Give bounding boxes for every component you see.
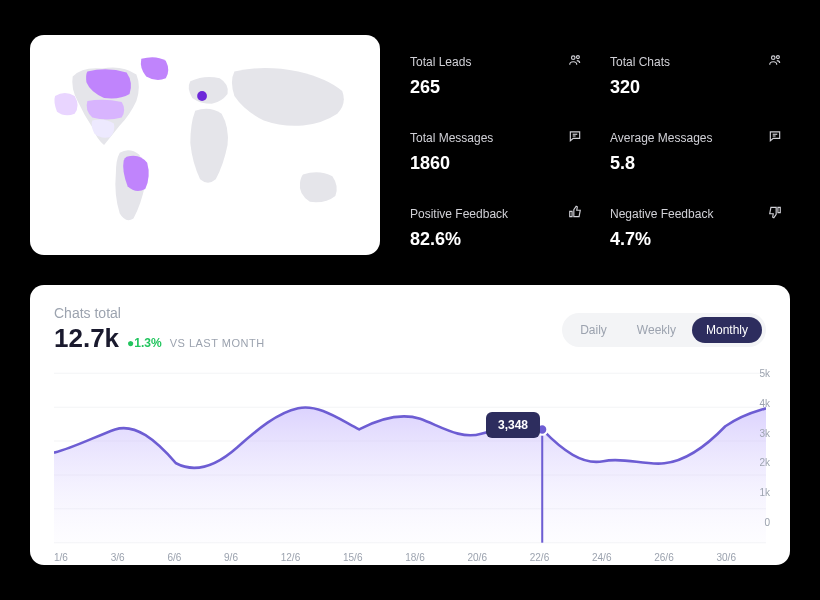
chart-area: 3,348 5k 4k 3k 2k 1k 0: [54, 368, 766, 548]
x-tick: 22/6: [530, 552, 549, 563]
stat-total-chats: Total Chats 320: [610, 55, 790, 103]
y-tick: 2k: [759, 457, 770, 468]
user-icon: [768, 53, 782, 67]
stat-total-messages: Total Messages 1860: [410, 131, 590, 179]
stat-value: 1860: [410, 153, 590, 174]
svg-point-4: [776, 56, 779, 59]
chats-chart-card: Chats total 12.7k ●1.3% VS LAST MONTH Da…: [30, 285, 790, 565]
line-chart: [54, 368, 766, 548]
stat-label: Negative Feedback: [610, 207, 790, 221]
y-axis: 5k 4k 3k 2k 1k 0: [759, 368, 770, 528]
svg-point-0: [197, 91, 207, 101]
stat-value: 4.7%: [610, 229, 790, 250]
world-map-card: [30, 35, 380, 255]
x-tick: 15/6: [343, 552, 362, 563]
svg-point-3: [772, 56, 776, 60]
y-tick: 4k: [759, 398, 770, 409]
message-icon: [568, 129, 582, 143]
thumbs-down-icon: [768, 205, 782, 219]
stat-negative-feedback: Negative Feedback 4.7%: [610, 207, 790, 255]
stat-value: 320: [610, 77, 790, 98]
x-tick: 6/6: [167, 552, 181, 563]
stat-average-messages: Average Messages 5.8: [610, 131, 790, 179]
message-icon: [768, 129, 782, 143]
x-axis: 1/6 3/6 6/6 9/6 12/6 15/6 18/6 20/6 22/6…: [54, 552, 766, 563]
stat-value: 82.6%: [410, 229, 590, 250]
stat-label: Positive Feedback: [410, 207, 590, 221]
user-icon: [568, 53, 582, 67]
x-tick: 24/6: [592, 552, 611, 563]
x-tick: 12/6: [281, 552, 300, 563]
x-tick: 26/6: [654, 552, 673, 563]
y-tick: 1k: [759, 487, 770, 498]
tab-monthly[interactable]: Monthly: [692, 317, 762, 343]
stat-value: 265: [410, 77, 590, 98]
world-map: [42, 47, 368, 243]
stat-label: Total Leads: [410, 55, 590, 69]
stat-value: 5.8: [610, 153, 790, 174]
x-tick: 18/6: [405, 552, 424, 563]
x-tick: 1/6: [54, 552, 68, 563]
tab-weekly[interactable]: Weekly: [623, 317, 690, 343]
y-tick: 5k: [759, 368, 770, 379]
stat-label: Total Chats: [610, 55, 790, 69]
period-tabs: Daily Weekly Monthly: [562, 313, 766, 347]
thumbs-up-icon: [568, 205, 582, 219]
x-tick: 9/6: [224, 552, 238, 563]
stat-label: Average Messages: [610, 131, 790, 145]
y-tick: 3k: [759, 428, 770, 439]
chart-total-value: 12.7k: [54, 323, 119, 354]
y-tick: 0: [759, 517, 770, 528]
chart-change-suffix: VS LAST MONTH: [170, 337, 265, 349]
svg-point-1: [572, 56, 576, 60]
chart-tooltip: 3,348: [486, 412, 540, 438]
x-tick: 20/6: [468, 552, 487, 563]
stat-total-leads: Total Leads 265: [410, 55, 590, 103]
svg-point-2: [576, 56, 579, 59]
chart-change: ●1.3%: [127, 336, 162, 350]
stat-positive-feedback: Positive Feedback 82.6%: [410, 207, 590, 255]
stat-label: Total Messages: [410, 131, 590, 145]
chart-title: Chats total: [54, 305, 265, 321]
tab-daily[interactable]: Daily: [566, 317, 621, 343]
x-tick: 30/6: [717, 552, 736, 563]
x-tick: 3/6: [111, 552, 125, 563]
stats-grid: Total Leads 265 Total Chats 320 Total Me…: [410, 35, 790, 255]
